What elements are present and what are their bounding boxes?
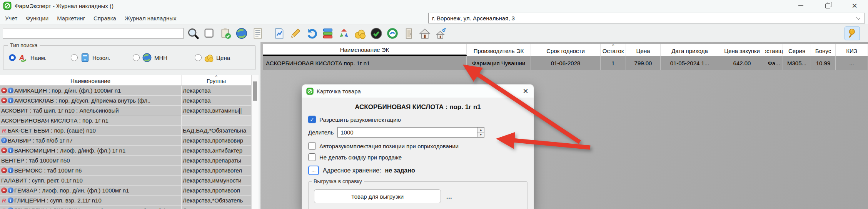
- column-header[interactable]: Цена закупки: [719, 44, 765, 56]
- table-row[interactable]: +iВЕРМОКС : таб 100мг n6Лекарства,против…: [0, 166, 251, 176]
- no-discount-label: Не делать скидку при продаже: [319, 154, 402, 161]
- menu-item-zhurnal-nakladnyh[interactable]: Журнал накладных: [120, 15, 181, 22]
- radio-naim-selected[interactable]: [9, 54, 16, 61]
- search-type-naim[interactable]: AНаим.: [9, 53, 71, 63]
- table-row[interactable]: +iАМОКСИКЛАВ : пор. д/сусп. д/приема вну…: [0, 96, 251, 106]
- home-icon[interactable]: [419, 27, 431, 40]
- left-table-scrollbar[interactable]: [251, 75, 259, 209]
- sync-icon[interactable]: [386, 27, 399, 40]
- chevron-down-icon: [856, 15, 860, 20]
- column-header[interactable]: ^Остаток: [601, 44, 626, 56]
- dialog-close-button[interactable]: ×: [523, 86, 528, 96]
- address-storage-value: не задано: [385, 167, 415, 174]
- search-type-nozol[interactable]: Нозол.: [71, 53, 133, 63]
- table-row[interactable]: +iВАНКОМИЦИН : лиоф. д/инф. (фл.) 1г n1Л…: [0, 146, 251, 156]
- products-table-rows: +iАМИКАЦИН : пор. д/ин. (фл.) 1000мг n1Л…: [0, 86, 251, 209]
- table-row[interactable]: RБАК-СЕТ БЕБИ : пор. (саше) n10БАД,БАД,*…: [0, 126, 251, 136]
- table-row[interactable]: RiГЛИЦЕРИН : супп. взр. 2.11г n10Лекарст…: [0, 196, 251, 206]
- home-wifi-icon[interactable]: [435, 27, 447, 40]
- door-icon[interactable]: [402, 27, 415, 40]
- divider-input[interactable]: 1000 ▲ ▼: [337, 127, 484, 138]
- scrollbar-thumb[interactable]: [253, 81, 257, 101]
- left-panel: Тип поиска AНаим.Нозол.МННЦена Наименова…: [0, 42, 260, 209]
- search-type-cena[interactable]: Цена: [195, 53, 257, 63]
- export-more-button[interactable]: ...: [446, 193, 452, 200]
- close-icon: ×: [852, 1, 857, 10]
- menu-item-funkcii[interactable]: Функции: [22, 15, 53, 22]
- cell-group: Лекарства: [181, 206, 251, 209]
- search-input[interactable]: [3, 28, 184, 39]
- cell-group: Лекарства,противогел: [181, 166, 251, 175]
- column-header[interactable]: Дата прихода: [661, 44, 719, 56]
- column-header[interactable]: Производитель ЭК: [467, 44, 531, 56]
- column-header[interactable]: Наименование ЭК: [263, 44, 467, 56]
- column-header[interactable]: Срок годности: [531, 44, 601, 56]
- minimize-button[interactable]: [787, 0, 814, 12]
- table-row[interactable]: +iГЕМЗАР : лиоф. пор. д/ин. (фл.) 1000мг…: [0, 186, 251, 196]
- globe-icon[interactable]: [235, 27, 248, 40]
- table-row[interactable]: АСКОВИТ : таб шип. 1г n10 : Апельсиновый…: [0, 106, 251, 116]
- table-row[interactable]: АСКОРБИНОВАЯ КИСЛОТА пор. 1г n1Фармация …: [263, 56, 868, 70]
- coins-icon[interactable]: [354, 27, 366, 40]
- cell-group: БАД,БАД,*Обязательна: [181, 126, 251, 135]
- spinner-up-button[interactable]: ▲: [477, 128, 484, 133]
- report-icon[interactable]: [273, 27, 285, 40]
- table-row[interactable]: RiГЛУТАРГИН-АЛКОКЛИН : пор. д/приема вну…: [0, 206, 251, 209]
- vital-drug-icon: +: [1, 187, 7, 193]
- edit-pencil-icon[interactable]: [289, 27, 302, 40]
- menu-item-uchet[interactable]: Учет: [1, 15, 22, 22]
- menu-bar: УчетФункцииМаркетингСправкаЖурнал наклад…: [0, 12, 868, 25]
- product-card-dialog: Карточка товара × АСКОРБИНОВАЯ КИСЛОТА :…: [302, 84, 534, 209]
- table-row[interactable]: +iАМИКАЦИН : пор. д/ин. (фл.) 1000мг n1Л…: [0, 86, 251, 96]
- paste-check-icon[interactable]: [219, 27, 232, 40]
- search-type-mnn[interactable]: МНН: [133, 53, 195, 63]
- radio-cena[interactable]: [195, 54, 202, 61]
- column-header[interactable]: Поставщик: [765, 44, 783, 56]
- export-product-button[interactable]: Товар для выгрузки: [314, 189, 441, 203]
- allow-unbundling-checkbox[interactable]: ✓: [308, 116, 316, 123]
- column-header-label: Цена: [636, 48, 650, 54]
- menu-item-marketing[interactable]: Маркетинг: [53, 15, 89, 22]
- name-logo-icon: A: [18, 53, 28, 63]
- cell-name: ГАЛАВИТ : супп. рект. 0.1г n10: [0, 176, 181, 185]
- select-icon[interactable]: [203, 27, 215, 40]
- column-header[interactable]: ^Группы: [181, 75, 251, 85]
- menu-item-spravka[interactable]: Справка: [89, 15, 120, 22]
- radio-nozol[interactable]: [71, 54, 78, 61]
- column-header[interactable]: Серия: [783, 44, 811, 56]
- cell: 642.00: [719, 56, 765, 70]
- pin-button[interactable]: [845, 27, 860, 40]
- notes-icon[interactable]: [252, 27, 264, 40]
- info-icon: i: [1, 138, 7, 143]
- auto-unbundling-checkbox[interactable]: ✓: [308, 142, 316, 150]
- column-header[interactable]: КИЗ: [836, 44, 868, 56]
- address-combobox[interactable]: г. Воронеж, ул. Арсенальная, 3: [428, 13, 865, 23]
- cell: ...: [836, 56, 868, 70]
- cell-name: iВАЛВИР : таб п/об 1г n7: [0, 136, 181, 145]
- table-row[interactable]: ГАЛАВИТ : супп. рект. 0.1г n10Лекарства,…: [0, 176, 251, 186]
- table-row[interactable]: ВЕНТЕР : таб 1000мг n50Лекарства,препара…: [0, 156, 251, 166]
- column-header[interactable]: Цена: [626, 44, 661, 56]
- search-icon[interactable]: [187, 27, 199, 40]
- column-header[interactable]: Наименование: [0, 75, 181, 85]
- price-levels-icon[interactable]: [322, 27, 334, 40]
- no-discount-checkbox[interactable]: ✓: [308, 153, 316, 161]
- column-header[interactable]: Бонус: [811, 44, 836, 56]
- exchange-icon[interactable]: [338, 27, 350, 40]
- radio-mnn[interactable]: [133, 54, 140, 61]
- dialog-title-bar[interactable]: Карточка товара ×: [302, 85, 534, 98]
- table-row-selected[interactable]: АСКОРБИНОВАЯ КИСЛОТА : пор. 1г n1: [0, 116, 251, 126]
- minimize-icon: [798, 5, 803, 6]
- maximize-button[interactable]: [814, 0, 841, 12]
- search-type-label: Тип поиска: [8, 42, 40, 48]
- close-button[interactable]: ×: [841, 0, 868, 12]
- info-icon: i: [8, 197, 13, 203]
- info-icon: i: [8, 187, 13, 193]
- product-name: ГАЛАВИТ : супп. рект. 0.1г n10: [1, 177, 83, 184]
- undo-icon[interactable]: [305, 27, 318, 40]
- address-storage-button[interactable]: ...: [308, 166, 319, 175]
- table-row[interactable]: iВАЛВИР : таб п/об 1г n7Лекарства,против…: [0, 136, 251, 146]
- spinner-down-button[interactable]: ▼: [477, 133, 484, 137]
- apply-check-icon[interactable]: [370, 27, 382, 40]
- cell: Фармация Чувашии: [467, 56, 531, 70]
